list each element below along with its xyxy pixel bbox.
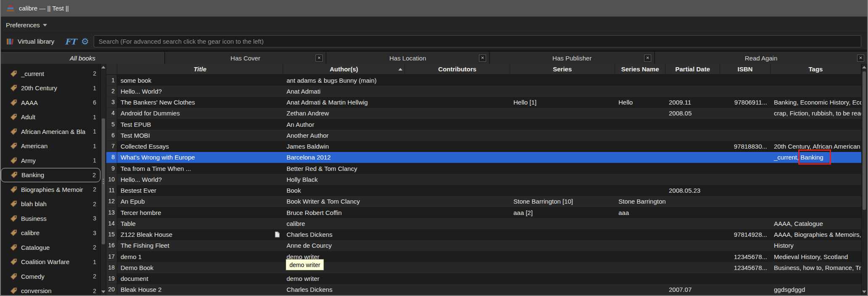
cell-partial-date[interactable] xyxy=(665,262,720,273)
cell-series[interactable] xyxy=(510,284,615,295)
table-row[interactable]: 12An EpubBook Writer & Tom ClancyStone B… xyxy=(106,196,861,207)
column-header-series[interactable]: Series xyxy=(510,64,615,74)
sidebar-item-calibre[interactable]: calibre3 xyxy=(1,226,100,241)
cell-tags[interactable] xyxy=(771,75,861,86)
cell-authors[interactable]: Barcelona 2012 xyxy=(283,152,405,163)
cell-series-name[interactable] xyxy=(615,174,665,185)
table-row[interactable]: 9Tea from a Time When ...Better Red & To… xyxy=(106,163,861,174)
cell-authors[interactable]: calibre xyxy=(283,218,405,229)
cell-contributors[interactable] xyxy=(405,218,510,229)
cell-partial-date[interactable]: 2009.11 xyxy=(665,97,720,108)
table-row[interactable]: 2Hello... World?Anat Admati xyxy=(106,86,861,97)
table-row[interactable]: 13Tercer hombreBruce Robert Coffinaaa [2… xyxy=(106,207,861,218)
table-row[interactable]: 6Test MOBIAnother Author xyxy=(106,130,861,141)
cell-partial-date[interactable] xyxy=(665,240,720,251)
cell-series-name[interactable] xyxy=(615,229,665,240)
cell-title[interactable]: Demo Book xyxy=(117,262,283,273)
cell-isbn[interactable] xyxy=(720,273,771,284)
scroll-up-icon[interactable] xyxy=(101,66,105,68)
cell-series[interactable] xyxy=(510,163,615,174)
cell-partial-date[interactable] xyxy=(665,86,720,97)
table-row[interactable]: 14TablecalibreAAAA, Catalogue xyxy=(106,218,861,229)
cell-contributors[interactable] xyxy=(405,75,510,86)
cell-authors[interactable]: Book xyxy=(283,185,405,196)
cell-partial-date[interactable] xyxy=(665,75,720,86)
cell-isbn[interactable]: 97806911... xyxy=(720,97,771,108)
table-row[interactable]: 7Collected EssaysJames Baldwin97818830..… xyxy=(106,141,861,152)
cell-isbn[interactable] xyxy=(720,174,771,185)
sidebar-scrollbar[interactable] xyxy=(100,64,106,295)
cell-series-name[interactable] xyxy=(615,240,665,251)
cell-series-name[interactable] xyxy=(615,152,665,163)
cell-series[interactable]: aaa [2] xyxy=(510,207,615,218)
cell-series[interactable] xyxy=(510,152,615,163)
cell-contributors[interactable] xyxy=(405,108,510,119)
cell-isbn[interactable] xyxy=(720,119,771,130)
cell-series[interactable] xyxy=(510,174,615,185)
cell-partial-date[interactable]: 2008.05 xyxy=(665,108,720,119)
cell-series[interactable] xyxy=(510,251,615,262)
cell-authors[interactable]: Anat Admati xyxy=(283,86,405,97)
cell-contributors[interactable] xyxy=(405,86,510,97)
table-row[interactable]: 5Test EPUBAn Author xyxy=(106,119,861,130)
cell-title[interactable]: Test EPUB xyxy=(117,119,283,130)
cell-authors[interactable]: ant adams & bugs Bunny (main) xyxy=(283,75,405,86)
table-row[interactable]: 1some bookant adams & bugs Bunny (main) xyxy=(106,75,861,86)
tab-close-icon[interactable]: × xyxy=(857,55,864,62)
tab-read-again[interactable]: Read Again× xyxy=(655,52,867,64)
cell-contributors[interactable] xyxy=(405,240,510,251)
cell-partial-date[interactable] xyxy=(665,229,720,240)
cell-series[interactable] xyxy=(510,141,615,152)
cell-tags[interactable] xyxy=(771,119,861,130)
cell-contributors[interactable] xyxy=(405,284,510,295)
titlebar[interactable]: calibre — || Test || xyxy=(1,0,867,17)
tab-close-icon[interactable]: × xyxy=(479,55,486,62)
cell-series-name[interactable] xyxy=(615,262,665,273)
cell-authors[interactable]: Bruce Robert Coffin xyxy=(283,207,405,218)
cell-tags[interactable] xyxy=(771,130,861,141)
cell-authors[interactable]: An Author xyxy=(283,119,405,130)
cell-isbn[interactable]: 12345678... xyxy=(720,262,771,273)
cell-contributors[interactable] xyxy=(405,262,510,273)
cell-contributors[interactable] xyxy=(405,185,510,196)
cell-title[interactable]: Android for Dummies xyxy=(117,108,283,119)
cell-tags[interactable] xyxy=(771,196,861,207)
cell-tags[interactable]: Medieval History, Scotland xyxy=(771,251,861,262)
cell-authors[interactable]: Holly Black xyxy=(283,174,405,185)
sidebar-item-adult[interactable]: Adult1 xyxy=(1,110,100,125)
table-row[interactable]: 15Z122 Bleak HouseCharles Dickens9781492… xyxy=(106,229,861,240)
cell-series-name[interactable]: Stone Barrington xyxy=(615,196,665,207)
cell-partial-date[interactable]: 2008.05.23 xyxy=(665,185,720,196)
sidebar-item-american[interactable]: American1 xyxy=(1,139,100,154)
cell-series[interactable] xyxy=(510,262,615,273)
cell-series-name[interactable] xyxy=(615,119,665,130)
cell-series[interactable] xyxy=(510,218,615,229)
cell-isbn[interactable] xyxy=(720,185,771,196)
column-header-tags[interactable]: Tags xyxy=(771,64,861,74)
cell-tags[interactable]: _current, Banking xyxy=(771,152,861,163)
table-row[interactable]: 8What's Wrong with EuropeBarcelona 2012_… xyxy=(106,152,861,163)
sidebar-item-catalogue[interactable]: Catalogue2 xyxy=(1,240,100,255)
cell-partial-date[interactable] xyxy=(665,163,720,174)
tab-has-publisher[interactable]: Has Publisher× xyxy=(490,52,654,64)
cell-series[interactable] xyxy=(510,240,615,251)
cell-contributors[interactable] xyxy=(405,196,510,207)
fulltext-search-icon[interactable]: FT xyxy=(65,37,76,46)
cell-authors[interactable]: Better Red & Tom Clancy xyxy=(283,163,405,174)
cell-title[interactable]: Table xyxy=(117,218,283,229)
cell-isbn[interactable] xyxy=(720,196,771,207)
cell-isbn[interactable] xyxy=(720,86,771,97)
cell-partial-date[interactable] xyxy=(665,273,720,284)
cell-series[interactable] xyxy=(510,273,615,284)
sidebar-item-african-american-bla[interactable]: African American & Bla1 xyxy=(1,124,100,139)
cell-isbn[interactable] xyxy=(720,152,771,163)
cell-contributors[interactable] xyxy=(405,130,510,141)
cell-contributors[interactable] xyxy=(405,174,510,185)
sidebar-item-business[interactable]: Business3 xyxy=(1,211,100,226)
cell-contributors[interactable] xyxy=(405,207,510,218)
cell-contributors[interactable] xyxy=(405,163,510,174)
cell-isbn[interactable] xyxy=(720,218,771,229)
cell-series[interactable] xyxy=(510,229,615,240)
cell-series[interactable] xyxy=(510,86,615,97)
column-header-series-name[interactable]: Series Name xyxy=(615,64,665,74)
